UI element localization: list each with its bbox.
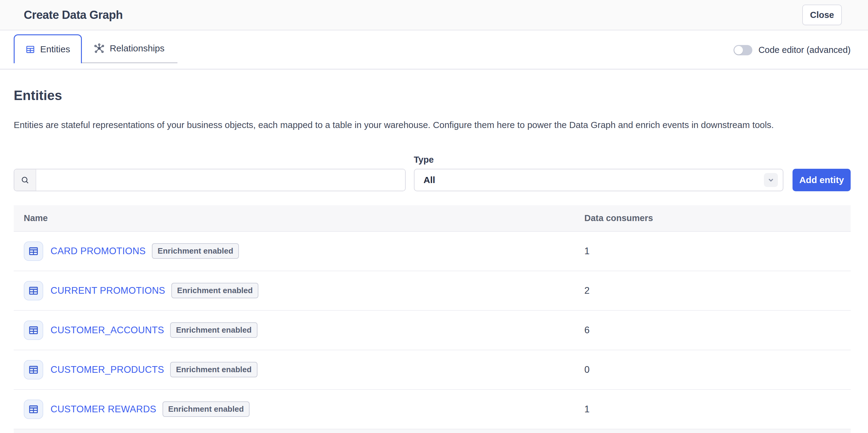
search-icon-box [14, 169, 36, 191]
entity-name-cell: CURRENT PROMOTIONS Enrichment enabled [14, 281, 584, 300]
column-header-name: Name [14, 213, 584, 223]
tab-relationships[interactable]: Relationships [82, 34, 177, 63]
page-title: Create Data Graph [24, 8, 123, 22]
consumers-value: 6 [584, 325, 851, 336]
add-entity-button[interactable]: Add entity [793, 169, 851, 191]
chevron-down-icon [764, 173, 778, 187]
code-editor-toggle[interactable] [734, 45, 752, 55]
table-row: CURRENT PROMOTIONS Enrichment enabled 2 [14, 271, 851, 311]
entity-name-link[interactable]: CUSTOMER_ACCOUNTS [51, 325, 164, 336]
table-header: Name Data consumers [14, 205, 851, 232]
search-group [14, 169, 406, 191]
search-input[interactable] [36, 169, 405, 191]
type-label: Type [414, 155, 784, 165]
entity-name-cell: CUSTOMER REWARDS Enrichment enabled [14, 400, 584, 419]
entity-name-cell: CUSTOMER_ACCOUNTS Enrichment enabled [14, 321, 584, 340]
type-select[interactable]: All [414, 169, 784, 191]
tab-label: Entities [40, 44, 70, 55]
code-editor-toggle-label: Code editor (advanced) [758, 45, 851, 55]
entity-name-link[interactable]: CARD PROMOTIONS [51, 246, 146, 257]
search-icon [21, 175, 30, 185]
enrichment-badge: Enrichment enabled [172, 283, 259, 298]
table-row: CUSTOMER_PRODUCTS Enrichment enabled 0 [14, 350, 851, 390]
entity-name-link[interactable]: CUSTOMER REWARDS [51, 404, 156, 415]
enrichment-badge: Enrichment enabled [152, 243, 239, 259]
enrichment-badge: Enrichment enabled [170, 322, 257, 338]
network-icon [94, 43, 104, 54]
toggle-knob [734, 46, 743, 55]
entity-name-link[interactable]: CUSTOMER_PRODUCTS [51, 364, 164, 375]
close-button[interactable]: Close [802, 5, 842, 25]
type-filter-group: Type All [414, 155, 784, 191]
section-description: Entities are stateful representations of… [14, 119, 851, 131]
modal-header: Create Data Graph Close [0, 0, 868, 30]
entity-name-link[interactable]: CURRENT PROMOTIONS [51, 285, 165, 296]
consumers-value: 1 [584, 404, 851, 415]
entity-table-icon [24, 241, 43, 261]
enrichment-badge: Enrichment enabled [162, 401, 250, 417]
consumers-value: 2 [584, 285, 851, 296]
column-header-consumers: Data consumers [584, 213, 851, 223]
section-title: Entities [14, 88, 851, 103]
entity-name-cell: CARD PROMOTIONS Enrichment enabled [14, 241, 584, 261]
table-row: CARD PROMOTIONS Enrichment enabled 1 [14, 232, 851, 271]
tab-label: Relationships [110, 43, 164, 54]
entity-name-cell: CUSTOMER_PRODUCTS Enrichment enabled [14, 360, 584, 379]
entity-table-icon [24, 321, 43, 340]
table-body: CARD PROMOTIONS Enrichment enabled 1 CUR… [14, 232, 851, 429]
code-editor-toggle-group: Code editor (advanced) [734, 45, 851, 55]
tab-entities[interactable]: Entities [14, 34, 82, 63]
consumers-value: 1 [584, 246, 851, 257]
entities-table: Name Data consumers CARD PROMOTIONS Enri… [14, 205, 851, 433]
table-row: CUSTOMER REWARDS Enrichment enabled 1 [14, 390, 851, 429]
type-select-value: All [424, 175, 435, 185]
enrichment-badge: Enrichment enabled [170, 362, 257, 377]
filter-row: Type All Add entity [14, 155, 851, 191]
tab-bar: Entities Relationships [0, 30, 868, 70]
table-row: CUSTOMER_ACCOUNTS Enrichment enabled 6 [14, 311, 851, 350]
entity-table-icon [24, 281, 43, 300]
entity-table-icon [24, 360, 43, 379]
entities-panel: Entities Entities are stateful represent… [0, 88, 868, 433]
table-icon [26, 45, 35, 54]
consumers-value: 0 [584, 364, 851, 375]
entity-table-icon [24, 400, 43, 419]
table-footer [14, 429, 851, 433]
